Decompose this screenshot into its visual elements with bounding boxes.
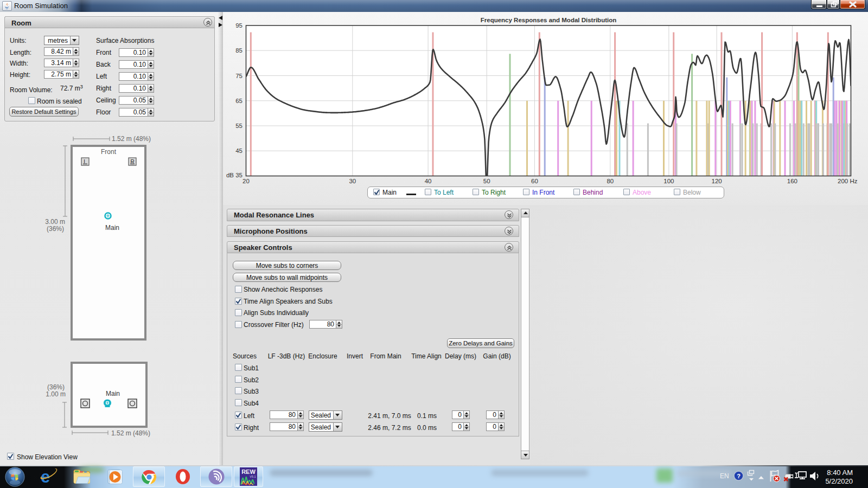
svg-text:160: 160: [787, 178, 797, 184]
svg-text:(36%): (36%): [47, 383, 65, 391]
svg-text:60: 60: [531, 178, 538, 184]
svg-text:V5.1: V5.1: [250, 475, 256, 478]
svg-text:3.00 m: 3.00 m: [45, 218, 65, 226]
svg-text:(36%): (36%): [47, 225, 64, 233]
svg-text:200 Hz: 200 Hz: [838, 178, 858, 184]
svg-text:1.00 m: 1.00 m: [46, 390, 66, 398]
svg-text:1.52 m (48%): 1.52 m (48%): [112, 135, 151, 143]
svg-text:?: ?: [737, 473, 741, 479]
svg-text:20: 20: [242, 178, 250, 184]
svg-text:1.52 m (48%): 1.52 m (48%): [111, 429, 150, 437]
svg-text:Front: Front: [101, 148, 117, 156]
svg-text:dB 35: dB 35: [226, 172, 242, 178]
svg-text:Frequency Responses and Modal: Frequency Responses and Modal Distributi…: [481, 17, 616, 23]
svg-text:Main: Main: [105, 224, 119, 232]
svg-text:45: 45: [235, 147, 242, 154]
svg-text:75: 75: [235, 73, 242, 79]
svg-text:40: 40: [425, 178, 432, 184]
svg-text:100: 100: [663, 178, 674, 184]
svg-text:120: 120: [712, 178, 722, 184]
svg-text:85: 85: [235, 47, 242, 54]
svg-text:55: 55: [235, 123, 242, 129]
svg-text:Main: Main: [106, 390, 120, 397]
svg-text:30: 30: [349, 178, 356, 184]
svg-text:50: 50: [483, 178, 490, 184]
svg-text:80: 80: [607, 178, 614, 184]
svg-text:95: 95: [235, 22, 242, 29]
svg-text:REW: REW: [241, 468, 256, 475]
svg-text:65: 65: [235, 98, 242, 104]
